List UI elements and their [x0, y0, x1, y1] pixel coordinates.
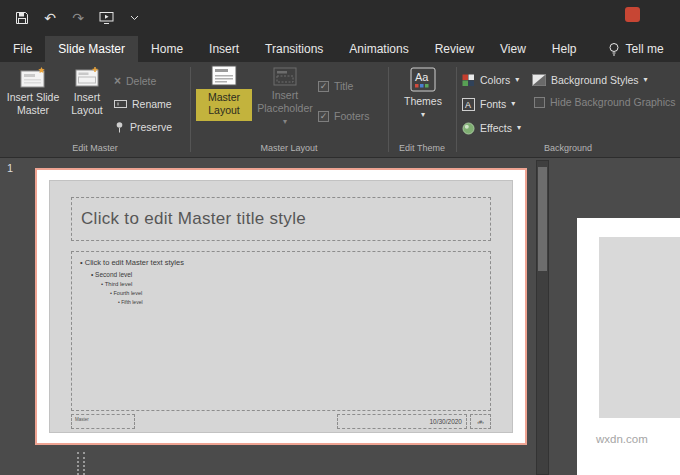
hide-background-graphics-label: Hide Background Graphics	[550, 96, 675, 108]
insert-placeholder-label: Insert Placeholder ▾	[254, 89, 316, 127]
background-window: wxdn.com	[577, 218, 680, 475]
scrollbar-thumb[interactable]	[538, 167, 547, 271]
body-level-5: Fifth level	[118, 299, 482, 305]
rename-button[interactable]: Rename	[114, 94, 172, 114]
tab-animations[interactable]: Animations	[336, 36, 421, 62]
slide-highlight-frame: Click to edit Master title style Click t…	[35, 168, 527, 445]
tab-insert[interactable]: Insert	[196, 36, 252, 62]
watermark: wxdn.com	[596, 433, 648, 445]
master-layout-label: Master Layout	[196, 89, 252, 121]
title-checkbox-label: Title	[334, 80, 353, 92]
body-level-2: Second level	[91, 271, 482, 278]
insert-slide-master-label: Insert Slide Master	[4, 91, 62, 116]
themes-icon: Aa	[410, 67, 436, 92]
app-icon[interactable]	[625, 7, 640, 22]
preserve-pin-icon	[114, 121, 125, 133]
fonts-button[interactable]: A Fonts ▾	[462, 94, 515, 114]
customize-qat-button[interactable]	[125, 9, 143, 27]
checkbox-unchecked-icon	[534, 97, 545, 108]
tab-file[interactable]: File	[0, 36, 45, 62]
slide-number-placeholder[interactable]: ‹#›	[470, 414, 491, 429]
svg-text:Aa: Aa	[415, 71, 429, 83]
preserve-button[interactable]: Preserve	[114, 117, 172, 137]
tab-help[interactable]: Help	[539, 36, 590, 62]
slide-thumbnail-number: 1	[7, 162, 13, 174]
dropdown-caret-icon: ▾	[644, 76, 648, 84]
delete-button[interactable]: × Delete	[114, 71, 156, 91]
insert-placeholder-icon	[273, 67, 297, 86]
background-group-label: Background	[456, 143, 680, 153]
background-slide-area	[599, 237, 680, 418]
master-layout-group-label: Master Layout	[190, 143, 388, 153]
tell-me-box[interactable]: Tell me	[590, 36, 664, 62]
rename-label: Rename	[132, 98, 172, 110]
ribbon: Insert Slide Master Insert Layout × Dele…	[0, 62, 680, 158]
date-placeholder[interactable]: 10/30/2020	[337, 414, 467, 429]
background-styles-icon	[532, 74, 546, 86]
svg-text:A: A	[465, 100, 471, 110]
colors-label: Colors	[480, 74, 510, 86]
group-separator	[190, 67, 191, 152]
group-separator	[456, 67, 457, 152]
fonts-label: Fonts	[480, 98, 506, 110]
footers-checkbox[interactable]: ✓ Footers	[318, 110, 370, 122]
body-level-1: Click to edit Master text styles	[80, 258, 482, 267]
master-layout-icon	[211, 65, 237, 86]
effects-button[interactable]: Effects ▾	[462, 118, 521, 138]
slideshow-icon	[99, 11, 114, 25]
group-separator	[388, 67, 389, 152]
undo-button[interactable]: ↶	[41, 9, 59, 27]
tab-slide-master[interactable]: Slide Master	[45, 36, 138, 62]
dropdown-caret-icon: ▾	[511, 100, 515, 108]
themes-label: Themes	[404, 95, 442, 108]
lightbulb-icon	[608, 42, 620, 57]
vertical-scrollbar[interactable]	[536, 160, 549, 475]
title-checkbox[interactable]: ✓ Title	[318, 80, 353, 92]
rename-icon	[114, 98, 127, 110]
redo-button[interactable]: ↷	[69, 9, 87, 27]
body-level-4: Fourth level	[110, 290, 482, 296]
effects-label: Effects	[480, 122, 512, 134]
insert-layout-label: Insert Layout	[62, 91, 112, 116]
body-level-3: Third level	[101, 281, 482, 287]
themes-button[interactable]: Aa Themes ▾	[396, 67, 450, 119]
delete-icon: ×	[114, 74, 121, 88]
tell-me-label: Tell me	[626, 42, 664, 56]
title-bar: ↶ ↷	[0, 0, 680, 36]
insert-placeholder-button[interactable]: Insert Placeholder ▾	[254, 67, 316, 127]
insert-layout-icon	[75, 67, 99, 88]
tab-home[interactable]: Home	[138, 36, 196, 62]
delete-label: Delete	[126, 75, 156, 87]
title-placeholder[interactable]: Click to edit Master title style	[71, 197, 491, 241]
footers-checkbox-label: Footers	[334, 110, 370, 122]
insert-layout-button[interactable]: Insert Layout	[62, 67, 112, 116]
quick-access-toolbar: ↶ ↷	[13, 0, 143, 36]
insert-slide-master-button[interactable]: Insert Slide Master	[4, 67, 62, 116]
dropdown-caret-icon: ▾	[515, 76, 519, 84]
slide-master-canvas[interactable]: Click to edit Master title style Click t…	[49, 180, 513, 433]
tab-transitions[interactable]: Transitions	[252, 36, 336, 62]
dropdown-caret-icon: ▾	[421, 111, 425, 119]
preserve-label: Preserve	[130, 121, 172, 133]
pane-splitter-dots[interactable]	[83, 452, 85, 475]
tab-view[interactable]: View	[487, 36, 539, 62]
dropdown-caret-icon: ▾	[517, 124, 521, 132]
start-from-beginning-button[interactable]	[97, 9, 115, 27]
master-layout-button[interactable]: Master Layout	[196, 65, 252, 121]
powerpoint-window: ↶ ↷ File Slide Master Home Insert Transi…	[0, 0, 680, 475]
tab-review[interactable]: Review	[422, 36, 487, 62]
checkbox-checked-icon: ✓	[318, 111, 329, 122]
footer-placeholder[interactable]: Master	[71, 414, 135, 429]
body-placeholder[interactable]: Click to edit Master text styles Second …	[71, 251, 491, 411]
fonts-icon: A	[462, 98, 475, 111]
insert-slide-master-icon	[20, 67, 46, 88]
chevron-down-icon	[130, 15, 139, 21]
checkbox-checked-icon: ✓	[318, 81, 329, 92]
colors-button[interactable]: Colors ▾	[462, 70, 519, 90]
save-button[interactable]	[13, 9, 31, 27]
background-styles-button[interactable]: Background Styles ▾	[532, 70, 648, 90]
hide-background-graphics-checkbox[interactable]: Hide Background Graphics	[534, 96, 680, 108]
edit-master-group-label: Edit Master	[0, 143, 190, 153]
save-icon	[15, 11, 29, 25]
pane-splitter-dots[interactable]	[77, 452, 79, 475]
